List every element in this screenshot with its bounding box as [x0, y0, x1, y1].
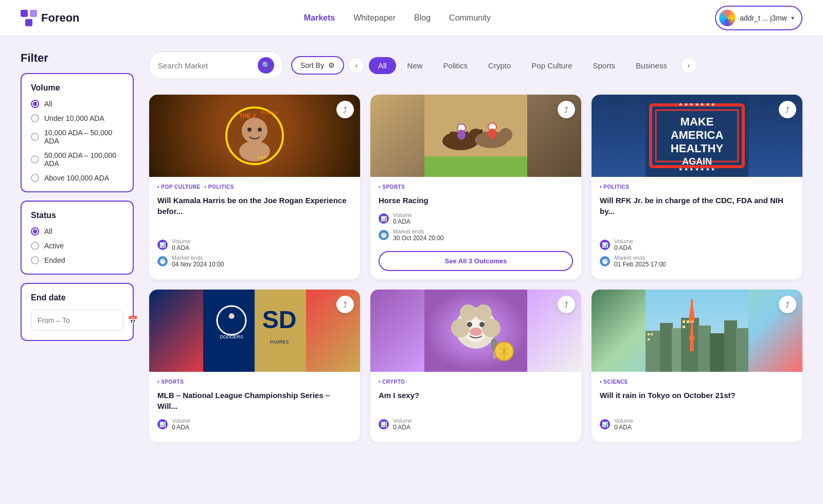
- volume-above-100k[interactable]: Above 100,000 ADA: [31, 174, 123, 182]
- radio-icon: [31, 114, 39, 122]
- ends-value-2: 30 Oct 2024 20:00: [393, 235, 444, 242]
- card-title-4: MLB – National League Championship Serie…: [157, 390, 352, 411]
- svg-rect-76: [683, 320, 685, 323]
- card-tag-crypto-5: CRYPTO: [379, 379, 405, 385]
- wallet-button[interactable]: addr_t ... j3mw ▾: [715, 6, 802, 30]
- cat-tab-all[interactable]: All: [369, 57, 396, 74]
- svg-text:EXP.: EXP.: [257, 155, 267, 160]
- share-button-4[interactable]: ⤴: [336, 296, 354, 313]
- share-button-1[interactable]: ⤴: [336, 101, 354, 118]
- end-date-filter-section: End date 📅: [21, 283, 134, 341]
- category-tabs: All New Politics Crypto Pop Culture Spor…: [369, 57, 676, 74]
- card-image-wrapper-3: MAKE AMERICA HEALTHY AGAIN ★ ★ ★ ★ ★ ★ ★…: [592, 95, 802, 177]
- date-from-to-input[interactable]: [38, 316, 128, 325]
- date-input-row[interactable]: 📅: [31, 310, 123, 331]
- prev-arrow-button[interactable]: ‹: [348, 57, 365, 74]
- joe-rogan-image: THE J ROGAN EXP.: [224, 105, 285, 167]
- card-image-3: MAKE AMERICA HEALTHY AGAIN ★ ★ ★ ★ ★ ★ ★…: [592, 95, 802, 177]
- volume-value-2: 0 ADA: [393, 218, 412, 225]
- share-button-3[interactable]: ⤴: [779, 101, 796, 118]
- see-all-outcomes-button-2[interactable]: See All 3 Outcomes: [379, 251, 573, 271]
- calendar-icon: 📅: [128, 315, 138, 325]
- ends-icon-3: 🕐: [600, 256, 610, 266]
- volume-label-3: Volume: [614, 238, 633, 244]
- sort-button[interactable]: Sort By ⚙: [291, 56, 344, 75]
- svg-point-52: [470, 328, 482, 336]
- nav-blog[interactable]: Blog: [414, 13, 431, 23]
- volume-icon-2: 📊: [379, 213, 389, 224]
- sort-label: Sort By: [300, 61, 324, 69]
- status-all[interactable]: All: [31, 227, 123, 236]
- wallet-avatar: [719, 10, 736, 26]
- share-button-2[interactable]: ⤴: [558, 101, 575, 118]
- card-body-6: SCIENCE Will it rain in Tokyo on October…: [592, 372, 802, 442]
- volume-filter-section: Volume All Under 10,000 ADA 10,000 ADA –…: [21, 73, 134, 192]
- volume-row-1: 📊 Volume 0 ADA: [157, 238, 352, 251]
- chevron-down-icon: ▾: [791, 14, 794, 22]
- svg-point-46: [451, 319, 470, 337]
- svg-point-6: [247, 128, 252, 132]
- card-title-2: Horse Racing: [379, 195, 573, 206]
- svg-text:THE J: THE J: [239, 113, 255, 119]
- ends-label-3: Market ends: [614, 255, 666, 261]
- radio-icon: [31, 242, 39, 250]
- ends-row-1: 🕐 Market ends 04 Nov 2024 10:00: [157, 255, 352, 268]
- card-body-2: SPORTS Horse Racing 📊 Volume 0 ADA 🕐: [370, 177, 581, 279]
- radio-icon: [31, 100, 39, 108]
- svg-rect-61: [660, 323, 673, 372]
- card-tags-6: SCIENCE: [600, 379, 794, 385]
- header: Foreon Markets Whitepaper Blog Community…: [0, 0, 823, 36]
- card-title-1: Will Kamala Harris be on the Joe Rogan E…: [157, 195, 352, 232]
- cat-tab-sports[interactable]: Sports: [584, 57, 624, 74]
- market-card-2: ⤴ SPORTS Horse Racing 📊 Volume 0 ADA: [370, 95, 581, 279]
- main-content: Filter Volume All Under 10,000 ADA 10,00…: [0, 36, 823, 458]
- search-input[interactable]: [158, 61, 258, 70]
- card-tags-1: POP CULTURE POLITICS: [157, 184, 352, 190]
- card-image-wrapper-6: ⤴: [592, 290, 802, 372]
- share-button-6[interactable]: ⤴: [779, 296, 796, 313]
- svg-point-25: [488, 129, 496, 139]
- volume-all[interactable]: All: [31, 100, 123, 108]
- search-button[interactable]: 🔍: [258, 57, 274, 74]
- svg-rect-67: [736, 328, 748, 372]
- svg-text:⚾: ⚾: [228, 313, 235, 319]
- card-tag-sports: SPORTS: [379, 184, 405, 190]
- tokyo-image: [646, 290, 748, 372]
- cat-tab-pop-culture[interactable]: Pop Culture: [522, 57, 581, 74]
- svg-point-23: [457, 130, 466, 140]
- nav-whitepaper[interactable]: Whitepaper: [353, 13, 396, 23]
- card-tags-2: SPORTS: [379, 184, 573, 190]
- svg-rect-77: [687, 320, 689, 323]
- svg-rect-75: [648, 338, 650, 340]
- card-meta-2: 📊 Volume 0 ADA 🕐 Market ends 30 Oct 2024…: [379, 212, 573, 245]
- nav-community[interactable]: Community: [449, 13, 491, 23]
- cat-tab-business[interactable]: Business: [627, 57, 676, 74]
- card-body-3: POLITICS Will RFK Jr. be in charge of th…: [592, 177, 802, 279]
- card-tags-4: SPORTS: [157, 379, 352, 385]
- card-meta-1: 📊 Volume 0 ADA 🕐 Market ends 04 Nov 2024…: [157, 238, 352, 271]
- status-ended[interactable]: Ended: [31, 256, 123, 264]
- ends-label-1: Market ends: [172, 255, 224, 261]
- category-bar: Sort By ⚙ ‹ All New Politics Crypto Pop …: [291, 56, 802, 75]
- share-button-5[interactable]: ⤴: [558, 296, 575, 313]
- card-tags-5: CRYPTO: [379, 379, 573, 385]
- nav-markets[interactable]: Markets: [304, 13, 335, 23]
- cat-tab-politics[interactable]: Politics: [434, 57, 477, 74]
- volume-value-6: 0 ADA: [614, 424, 633, 431]
- status-active[interactable]: Active: [31, 242, 123, 250]
- volume-under-10k[interactable]: Under 10,000 ADA: [31, 114, 123, 122]
- volume-50k-100k[interactable]: 50,000 ADA – 100,000 ADA: [31, 151, 123, 168]
- card-image-2: [370, 95, 581, 177]
- ends-icon-1: 🕐: [157, 256, 168, 266]
- wallet-address: addr_t ... j3mw: [740, 14, 787, 22]
- cat-tab-crypto[interactable]: Crypto: [479, 57, 520, 74]
- status-filter-section: Status All Active Ended: [21, 201, 134, 275]
- card-body-5: CRYPTO Am I sexy? 📊 Volume 0 ADA: [370, 372, 581, 442]
- volume-icon-3: 📊: [600, 240, 610, 250]
- rfk-image: MAKE AMERICA HEALTHY AGAIN ★ ★ ★ ★ ★ ★ ★…: [646, 95, 748, 177]
- next-arrow-button[interactable]: ›: [681, 57, 697, 74]
- market-card-3: MAKE AMERICA HEALTHY AGAIN ★ ★ ★ ★ ★ ★ ★…: [592, 95, 802, 279]
- cat-tab-new[interactable]: New: [398, 57, 432, 74]
- volume-10k-50k[interactable]: 10,000 ADA – 50,000 ADA: [31, 129, 123, 145]
- card-tags-3: POLITICS: [600, 184, 794, 190]
